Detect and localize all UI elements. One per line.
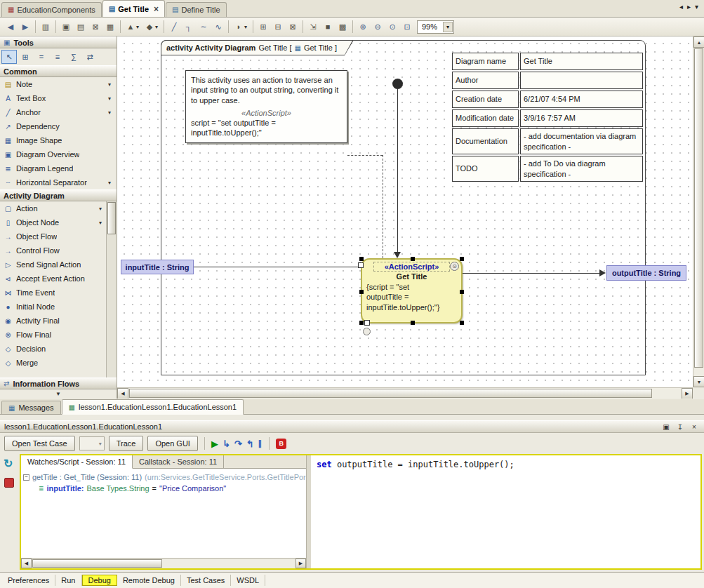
select-in-tree-button[interactable]: ▥ [39,20,53,34]
control-flow-line[interactable] [397,88,398,253]
scroll-right-icon[interactable]: ▶ [682,388,693,399]
output-pin-label[interactable]: outputTitle : String [606,265,686,281]
step-out-button[interactable]: ↰ [246,439,254,449]
tree-root-row[interactable]: − getTitle : Get_Title (Session: 11) (ur… [23,472,304,483]
diagram-properties-table[interactable]: Diagram name Get Title Author Creation d… [452,53,643,182]
paste-button[interactable]: ▤ [74,20,88,34]
chevron-down-icon[interactable]: ▾ [244,24,250,30]
oblique-path-button[interactable]: ╱ [167,20,181,34]
palette-item-accept-event-action[interactable]: ⊲ Accept Event Action [0,272,117,286]
scroll-down-icon[interactable]: ▼ [693,376,704,387]
remove-frame-button[interactable]: ⊠ [286,20,300,34]
action-behavior-badge-icon[interactable]: ⊙ [450,262,459,271]
initial-node[interactable] [392,79,403,89]
copy-button[interactable]: ▣ [59,20,73,34]
action-node-get-title[interactable]: ⊙ «ActionScript» Get Title {script = "se… [361,258,463,323]
palette-item-diagram-legend[interactable]: ≣ Diagram Legend [0,161,117,175]
tab-educationcomponents[interactable]: ▦ EducationComponents [1,2,102,17]
select-tool-button[interactable]: ↖ [1,50,17,64]
palette-item-decision[interactable]: ◇ Decision [0,342,117,356]
tab-list-icon[interactable]: ▾ [695,3,698,11]
selection-handle[interactable] [460,257,464,261]
palette-item-object-flow[interactable]: → Object Flow [0,229,117,243]
output-pin[interactable] [364,320,370,326]
palette-item-object-node[interactable]: ▯ Object Node ▾ [0,215,117,229]
watches-tree[interactable]: − getTitle : Get_Title (Session: 11) (ur… [21,469,306,558]
note-anchor-line[interactable] [347,155,383,156]
grid-tool-button[interactable]: ⊞ [18,50,33,64]
chevron-down-icon[interactable]: ▾ [136,24,142,30]
palette-item-merge[interactable]: ◇ Merge [0,356,117,370]
chevron-down-icon[interactable]: ▾ [106,95,113,102]
run-button[interactable]: ▶ [211,439,218,449]
shape-tool-button[interactable]: ▲ [124,20,138,34]
tab-callstack[interactable]: Callstack - Session: 11 [133,455,224,469]
palette-item-time-event[interactable]: ⋈ Time Event [0,286,117,300]
pause-button[interactable]: ∥ [258,439,263,448]
link-tool-button[interactable]: = [34,50,49,64]
status-item-preferences[interactable]: Preferences [2,575,55,586]
open-test-case-button[interactable]: Open Test Case [4,436,75,451]
step-over-button[interactable]: ↷ [234,439,242,449]
chevron-down-icon[interactable]: ▾ [97,206,104,212]
delete-button[interactable]: ⊠ [88,20,102,34]
align-tool-button[interactable]: ≡ [50,50,65,64]
palette-item-control-flow[interactable]: → Control Flow [0,243,117,258]
diagram-canvas[interactable]: activity Activity Diagram Get Title [ ▦ … [117,36,704,399]
forward-button[interactable]: ▶ [18,20,32,34]
status-item-remote-debug[interactable]: Remote Debug [117,575,181,586]
rectilinear-path-button[interactable]: ┐ [182,20,196,34]
input-pin-label[interactable]: inputTitle : String [121,260,194,274]
canvas-horizontal-scrollbar[interactable]: ◀ ▶ [117,387,693,399]
paste-style-button[interactable]: ▦ [103,20,117,34]
status-item-run[interactable]: Run [55,575,81,586]
chevron-down-icon[interactable]: ▾ [106,81,113,88]
palette-item-action[interactable]: ▢ Action ▾ [0,201,117,215]
palette-item-flow-final[interactable]: ⊗ Flow Final [0,328,117,342]
pattern-button[interactable]: ▩ [336,20,350,34]
collapse-expander-icon[interactable]: − [23,474,29,481]
palette-scrollbar-thumb[interactable] [107,202,116,234]
selection-handle[interactable] [359,257,364,261]
palette-item-initial-node[interactable]: ● Initial Node [0,300,117,314]
palette-header-tools[interactable]: ▣ Tools [0,36,117,48]
palette-item-diagram-overview[interactable]: ▣ Diagram Overview [0,147,117,161]
chevron-down-icon[interactable]: ▾ [97,220,104,226]
pin-window-icon[interactable]: ↧ [675,422,686,432]
show-frame-button[interactable]: ⊟ [271,20,285,34]
trace-toggle-button[interactable]: Trace [109,436,144,451]
float-window-icon[interactable]: ▣ [660,422,672,432]
swimlane-tool-button[interactable]: ◗ [232,20,246,34]
session-combo[interactable]: ▾ [79,436,105,450]
input-pin[interactable] [358,262,364,268]
chevron-down-icon[interactable]: ▾ [106,109,113,116]
tab-messages[interactable]: ▦ Messages [1,401,61,414]
diagram-drawing-area[interactable]: activity Activity Diagram Get Title [ ▦ … [117,36,693,387]
palette-item-activity-final[interactable]: ◉ Activity Final [0,314,117,328]
scroll-up-icon[interactable]: ▲ [693,36,704,48]
scroll-left-icon[interactable]: ◀ [117,388,128,399]
toggle-breakpoint-button[interactable]: B [276,439,286,449]
script-editor[interactable]: set outputTitle = inputTitle.toUpper(); [311,455,700,568]
anchor-tool-button[interactable]: ◆ [142,20,157,34]
tab-watches-script[interactable]: Watches/Script - Session: 11 [21,455,133,469]
palette-item-text-box[interactable]: A Text Box ▾ [0,91,117,105]
palette-header-common[interactable]: Common [0,65,117,77]
spline-path-button[interactable]: ∿ [211,20,225,34]
debugger-panel-header[interactable]: lesson1.EducationLesson1.EducationLesson… [0,420,704,433]
fill-color-button[interactable]: ■ [321,20,335,34]
vertical-scrollbar-thumb[interactable] [694,48,703,368]
zoom-fit-button[interactable]: ⊡ [400,20,414,34]
back-button[interactable]: ◀ [4,20,18,34]
zoom-level-combo[interactable]: 99% ▾ [417,20,454,34]
note-anchor-line[interactable] [383,155,383,258]
open-gui-button[interactable]: Open GUI [147,436,198,451]
palette-scrollbar[interactable] [106,201,117,377]
watches-horizontal-scrollbar[interactable]: ◀ ▶ [21,558,306,568]
status-item-test-cases[interactable]: Test Cases [181,575,231,586]
zoom-one-to-one-button[interactable]: ⊙ [385,20,399,34]
tab-debug-session[interactable]: ▦ lesson1.EducationLesson1.EducationLess… [62,399,244,415]
scroll-right-icon[interactable]: ▶ [295,559,306,568]
palette-header-activity-diagram[interactable]: Activity Diagram [0,189,117,201]
tab-define-title[interactable]: ▤ Define Title [166,2,226,17]
